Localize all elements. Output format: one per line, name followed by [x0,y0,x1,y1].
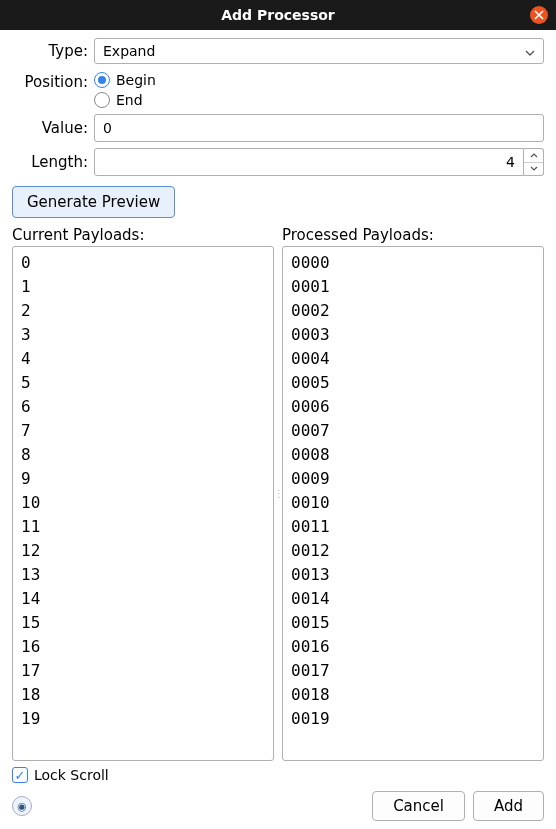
list-item[interactable]: 0001 [291,275,535,299]
radio-icon [94,72,110,88]
list-item[interactable]: 0007 [291,419,535,443]
value-label: Value: [12,119,94,137]
list-item[interactable]: 0012 [291,539,535,563]
list-item[interactable]: 0006 [291,395,535,419]
list-item[interactable]: 4 [21,347,265,371]
list-item[interactable]: 0 [21,251,265,275]
close-icon [534,10,544,20]
cancel-button[interactable]: Cancel [372,791,465,821]
list-item[interactable]: 17 [21,659,265,683]
window-title: Add Processor [221,7,335,23]
list-item[interactable]: 6 [21,395,265,419]
list-item[interactable]: 5 [21,371,265,395]
payload-columns: Current Payloads: 0123456789101112131415… [12,226,544,761]
list-item[interactable]: 0005 [291,371,535,395]
list-item[interactable]: 18 [21,683,265,707]
position-radio-end[interactable]: End [94,92,156,108]
list-item[interactable]: 0016 [291,635,535,659]
list-item[interactable]: 8 [21,443,265,467]
spinner-down-button[interactable] [524,163,543,176]
list-item[interactable]: 0018 [291,683,535,707]
list-item[interactable]: 15 [21,611,265,635]
list-item[interactable]: 7 [21,419,265,443]
list-item[interactable]: 10 [21,491,265,515]
spinner-buttons [524,148,544,176]
list-item[interactable]: 0004 [291,347,535,371]
chevron-down-icon [525,43,535,59]
length-label: Length: [12,153,94,171]
radio-icon [94,92,110,108]
list-item[interactable]: 0015 [291,611,535,635]
list-item[interactable]: 0017 [291,659,535,683]
position-row: Position: Begin End [12,70,544,108]
list-item[interactable]: 0000 [291,251,535,275]
footer: ◉ Cancel Add [12,791,544,821]
chevron-down-icon [530,166,538,171]
lock-scroll-checkbox[interactable]: Lock Scroll [12,767,544,783]
processed-payloads-list[interactable]: 0000000100020003000400050006000700080009… [282,246,544,761]
radio-label-end: End [116,92,143,108]
close-button[interactable] [530,6,548,24]
list-item[interactable]: 0008 [291,443,535,467]
type-value: Expand [103,43,155,59]
list-item[interactable]: 16 [21,635,265,659]
add-button[interactable]: Add [473,791,544,821]
help-button[interactable]: ◉ [12,796,32,816]
titlebar: Add Processor [0,0,556,30]
length-spinner [94,148,544,176]
value-row: Value: [12,114,544,142]
list-item[interactable]: 1 [21,275,265,299]
lock-scroll-label: Lock Scroll [34,767,109,783]
list-item[interactable]: 0002 [291,299,535,323]
current-payloads-list[interactable]: 012345678910111213141516171819 [12,246,274,761]
list-item[interactable]: 11 [21,515,265,539]
help-icon: ◉ [17,800,27,813]
length-row: Length: [12,148,544,176]
position-radio-begin[interactable]: Begin [94,72,156,88]
list-item[interactable]: 0003 [291,323,535,347]
list-item[interactable]: 0014 [291,587,535,611]
list-item[interactable]: 19 [21,707,265,731]
type-row: Type: Expand [12,38,544,64]
list-item[interactable]: 13 [21,563,265,587]
spinner-up-button[interactable] [524,149,543,163]
list-item[interactable]: 0010 [291,491,535,515]
generate-preview-button[interactable]: Generate Preview [12,186,175,218]
list-item[interactable]: 12 [21,539,265,563]
length-input[interactable] [94,148,524,176]
list-item[interactable]: 2 [21,299,265,323]
list-item[interactable]: 0009 [291,467,535,491]
checkbox-icon [12,767,28,783]
processed-payloads-column: Processed Payloads: 00000001000200030004… [282,226,544,761]
list-item[interactable]: 0013 [291,563,535,587]
value-input[interactable] [94,114,544,142]
list-item[interactable]: 9 [21,467,265,491]
processed-payloads-header: Processed Payloads: [282,226,544,244]
type-combobox[interactable]: Expand [94,38,544,64]
current-payloads-header: Current Payloads: [12,226,274,244]
current-payloads-column: Current Payloads: 0123456789101112131415… [12,226,274,761]
position-radio-group: Begin End [94,70,156,108]
position-label: Position: [12,70,94,91]
type-label: Type: [12,42,94,60]
list-item[interactable]: 14 [21,587,265,611]
chevron-up-icon [530,153,538,158]
list-item[interactable]: 0019 [291,707,535,731]
list-item[interactable]: 0011 [291,515,535,539]
radio-label-begin: Begin [116,72,156,88]
dialog-content: Type: Expand Position: Begin End Value: … [0,30,556,829]
list-item[interactable]: 3 [21,323,265,347]
